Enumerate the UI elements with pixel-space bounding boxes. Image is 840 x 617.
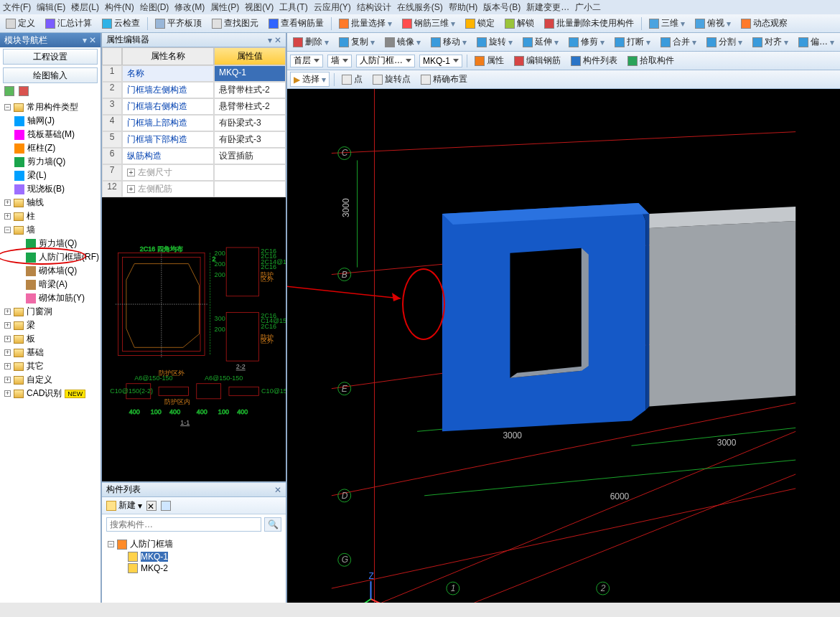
tree-leaf[interactable]: 砌体墙(Q) <box>1 264 99 278</box>
edit-btn[interactable]: 打断 ▾ <box>612 35 653 49</box>
toolbar-btn[interactable]: 俯视▾ <box>692 17 734 30</box>
menu-item[interactable]: 新建变更… <box>526 1 569 14</box>
toolbar-btn[interactable]: 动态观察 <box>738 17 790 30</box>
toolbar-btn[interactable]: 三维▾ <box>646 17 688 30</box>
tab-draw-input[interactable]: 绘图输入 <box>3 67 98 83</box>
menu-item[interactable]: 广小二 <box>575 1 601 14</box>
clist-item[interactable]: MKQ-1 <box>108 551 280 562</box>
toolbar-btn[interactable]: 云检查 <box>99 17 143 30</box>
toolbar-btn[interactable]: 定义 <box>3 17 38 30</box>
tree-leaf[interactable]: 剪力墙(Q) <box>1 237 99 250</box>
context-tool[interactable]: 拾取构件 <box>625 54 677 67</box>
prop-close-icon[interactable]: ▾ ✕ <box>268 35 281 45</box>
menu-item[interactable]: 编辑(E) <box>37 1 65 14</box>
edit-btn[interactable]: 对齐 ▾ <box>750 35 791 49</box>
prop-row[interactable]: 6纵筋构造设置插筋 <box>102 148 286 164</box>
tree-group[interactable]: + 轴线 <box>1 196 99 209</box>
context-tool[interactable]: 构件列表 <box>568 54 620 67</box>
toolbar-btn[interactable]: 查看钢筋量 <box>266 17 327 30</box>
clist-search-input[interactable] <box>106 517 261 532</box>
tree-leaf[interactable]: 人防门框墙(RF) <box>1 250 99 264</box>
menu-item[interactable]: 工具(T) <box>279 1 307 14</box>
placement-btn[interactable]: 点 <box>339 72 365 86</box>
tree-leaf[interactable]: 剪力墙(Q) <box>1 155 99 169</box>
tree-group[interactable]: + 梁 <box>1 319 99 332</box>
tree-leaf[interactable]: 筏板基础(M) <box>1 128 99 141</box>
tree-leaf[interactable]: 轴网(J) <box>1 114 99 128</box>
context-dropdown[interactable]: 人防门框… <box>356 55 415 67</box>
menu-item[interactable]: 帮助(H) <box>449 1 478 14</box>
edit-btn[interactable]: 偏… ▾ <box>795 35 837 49</box>
toolbar-btn[interactable]: 批量删除未使用构件 <box>541 17 637 30</box>
clist-delete-icon[interactable]: ✕ <box>146 501 157 511</box>
clist-copy-icon[interactable] <box>161 501 171 511</box>
context-dropdown[interactable]: 墙 <box>327 55 352 67</box>
menu-item[interactable]: 文件(F) <box>3 1 31 14</box>
tree-group[interactable]: + 门窗洞 <box>1 305 99 319</box>
component-tree[interactable]: − 常用构件类型 轴网(J) 筏板基础(M) 框柱(Z) 剪力墙(Q) 梁(L)… <box>0 98 101 603</box>
clist-root[interactable]: − 人防门框墙 <box>108 537 280 551</box>
toolbar-btn[interactable]: 锁定 <box>462 17 498 30</box>
toolbar-btn[interactable]: 平齐板顶 <box>152 17 205 30</box>
edit-btn[interactable]: 合并 ▾ <box>658 35 699 49</box>
clist-item[interactable]: MKQ-2 <box>108 562 280 574</box>
context-dropdown[interactable]: 首层 <box>290 55 323 67</box>
detail-drawing[interactable]: 2C16 四角均布 2 2C162C16 2C14@1502C16 2C16C1… <box>102 197 286 481</box>
nav-panel-controls[interactable]: ▾ ✕ <box>83 35 96 45</box>
prop-row[interactable]: 3门框墙右侧构造悬臂带柱式-2 <box>102 98 286 115</box>
edit-btn[interactable]: 分割 ▾ <box>704 35 745 49</box>
menu-item[interactable]: 视图(V) <box>245 1 274 14</box>
tab-project-settings[interactable]: 工程设置 <box>3 49 98 65</box>
edit-btn[interactable]: 延伸 ▾ <box>520 35 561 49</box>
tree-leaf[interactable]: 砌体加筋(Y) <box>1 291 99 305</box>
placement-toolbar[interactable]: ▶ 选择 ▾点旋转点精确布置 <box>287 70 840 89</box>
toolbar-btn[interactable]: 批量选择▾ <box>336 17 395 30</box>
tree-leaf[interactable]: 框柱(Z) <box>1 141 99 155</box>
edit-btn[interactable]: 移动 ▾ <box>428 35 470 49</box>
edit-toolbar[interactable]: 删除 ▾复制 ▾镜像 ▾移动 ▾旋转 ▾延伸 ▾修剪 ▾打断 ▾合并 ▾分割 ▾… <box>287 33 840 52</box>
tree-group[interactable]: − 墙 <box>1 223 99 237</box>
menubar[interactable]: 文件(F)编辑(E)楼层(L)构件(N)绘图(D)修改(M)属性(P)视图(V)… <box>0 0 840 14</box>
tree-group[interactable]: + 基础 <box>1 346 99 359</box>
menu-item[interactable]: 构件(N) <box>105 1 134 14</box>
clist-new-button[interactable]: 新建 ▾ <box>106 499 142 512</box>
prop-row[interactable]: 2门框墙左侧构造悬臂带柱式-2 <box>102 82 286 98</box>
toolbar-btn[interactable]: 查找图元 <box>209 17 261 30</box>
remove-icon[interactable] <box>19 86 29 96</box>
placement-btn[interactable]: 旋转点 <box>370 72 414 86</box>
menu-item[interactable]: 版本号(B) <box>483 1 521 14</box>
tree-group[interactable]: + 柱 <box>1 209 99 223</box>
menu-item[interactable]: 绘图(D) <box>140 1 169 14</box>
tree-group[interactable]: + 自定义 <box>1 373 99 387</box>
edit-btn[interactable]: 复制 ▾ <box>336 35 378 49</box>
tree-leaf[interactable]: 现浇板(B) <box>1 182 99 196</box>
3d-viewport[interactable]: C B E D G 1 2 3000 3000 <box>287 89 840 603</box>
toolbar-btn[interactable]: 解锁 <box>502 17 537 30</box>
clist-tree[interactable]: − 人防门框墙 MKQ-1 MKQ-2 <box>102 534 286 603</box>
edit-btn[interactable]: 镜像 ▾ <box>382 35 424 49</box>
menu-item[interactable]: 结构设计 <box>357 1 391 14</box>
main-toolbar[interactable]: 定义汇总计算云检查平齐板顶查找图元查看钢筋量批量选择▾钢筋三维▾锁定解锁批量删除… <box>0 14 840 33</box>
tree-group[interactable]: + CAD识别 NEW <box>1 387 99 400</box>
prop-row[interactable]: 5门框墙下部构造有卧梁式-3 <box>102 131 286 148</box>
context-dropdown[interactable]: MKQ-1 <box>419 55 462 67</box>
menu-item[interactable]: 云应用(Y) <box>314 1 351 14</box>
prop-row[interactable]: 12+左侧配筋 <box>102 181 286 197</box>
toolbar-btn[interactable]: 汇总计算 <box>42 17 95 30</box>
context-tool[interactable]: 编辑钢筋 <box>511 54 564 67</box>
tree-leaf[interactable]: 暗梁(A) <box>1 278 99 291</box>
tree-toolbar[interactable] <box>0 85 101 98</box>
edit-btn[interactable]: 修剪 ▾ <box>566 35 607 49</box>
context-toolbar[interactable]: 首层墙人防门框…MKQ-1属性编辑钢筋构件列表拾取构件 <box>287 52 840 70</box>
prop-row[interactable]: 4门框墙上部构造有卧梁式-3 <box>102 115 286 131</box>
edit-btn[interactable]: 旋转 ▾ <box>474 35 515 49</box>
clist-close-icon[interactable]: ✕ <box>274 485 281 495</box>
tree-root[interactable]: − 常用构件类型 <box>1 100 99 114</box>
menu-item[interactable]: 修改(M) <box>174 1 205 14</box>
toolbar-btn[interactable]: 钢筋三维▾ <box>399 17 458 30</box>
context-tool[interactable]: 属性 <box>472 54 507 67</box>
tree-group[interactable]: + 其它 <box>1 359 99 373</box>
tree-leaf[interactable]: 梁(L) <box>1 169 99 182</box>
property-grid[interactable]: 属性名称 属性值 1名称MKQ-12门框墙左侧构造悬臂带柱式-23门框墙右侧构造… <box>102 47 286 197</box>
edit-btn[interactable]: 删除 ▾ <box>290 35 332 49</box>
